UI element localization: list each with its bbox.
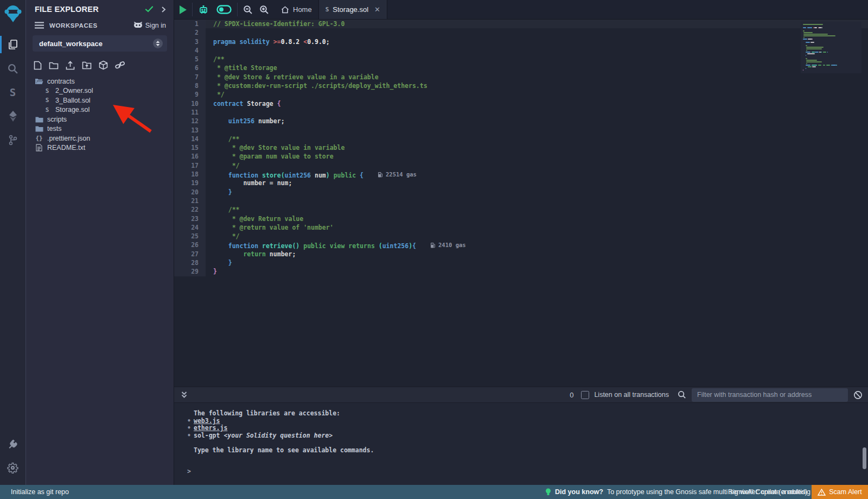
line-number: 6: [174, 64, 206, 72]
tab-storage-label: Storage.sol: [333, 5, 368, 14]
search-icon: [7, 63, 18, 74]
github-icon: [133, 21, 143, 29]
sidebar-item-settings[interactable]: [0, 456, 26, 479]
listen-all-transactions-checkbox[interactable]: [581, 391, 589, 399]
new-folder-icon[interactable]: [49, 61, 59, 70]
code-line-11[interactable]: 11: [174, 108, 868, 117]
code-line-27[interactable]: 27 return number;: [174, 250, 868, 258]
terminal-link[interactable]: web3.js: [194, 417, 220, 425]
ai-copilot-robot-icon[interactable]: [198, 4, 209, 15]
line-number: 29: [174, 267, 206, 276]
line-number: 16: [174, 152, 206, 161]
ai-copilot-toggle[interactable]: [216, 5, 232, 14]
line-number: 1: [174, 20, 206, 28]
git-init-button[interactable]: Initialize as git repo: [11, 488, 69, 496]
upload-folder-icon[interactable]: [82, 61, 92, 70]
code-line-28[interactable]: 28 }: [174, 258, 868, 267]
code-line-9[interactable]: 9 */: [174, 90, 868, 99]
code-line-3[interactable]: 3pragma solidity >=0.8.2 <0.9.0;: [174, 37, 868, 46]
tree-item-readme-txt[interactable]: README.txt: [26, 143, 174, 153]
sidebar-item-solidity-compiler[interactable]: S: [0, 80, 26, 104]
code-line-content: /**: [206, 55, 868, 64]
code-line-8[interactable]: 8 * @custom:dev-run-script ./scripts/dep…: [174, 81, 868, 90]
tree-item--prettierrc-json[interactable]: {}.prettierrc.json: [26, 134, 174, 143]
sidebar-item-search[interactable]: [0, 56, 26, 80]
terminal-scrollbar[interactable]: [863, 447, 866, 469]
tree-item-tests[interactable]: tests: [26, 124, 174, 134]
code-line-17[interactable]: 17 */: [174, 161, 868, 170]
chevron-right-icon[interactable]: [161, 6, 166, 13]
tree-item-2-owner-sol[interactable]: S2_Owner.sol: [26, 86, 174, 96]
code-line-23[interactable]: 23 * @dev Return value: [174, 214, 868, 223]
code-line-content: contract Storage {: [206, 99, 868, 108]
sidebar-item-plugin-manager[interactable]: [0, 432, 26, 456]
terminal-link[interactable]: ethers.js: [194, 424, 227, 432]
upload-file-icon[interactable]: [66, 61, 75, 70]
code-line-content: /**: [206, 135, 868, 143]
tree-item-storage-sol[interactable]: SStorage.sol: [26, 105, 174, 115]
run-script-button[interactable]: [180, 5, 187, 14]
scam-alert-button[interactable]: Scam Alert: [812, 485, 868, 499]
solidity-file-icon: S: [326, 6, 329, 13]
code-line-content: * @param num value to store: [206, 152, 868, 161]
solidity-icon: S: [43, 106, 52, 113]
sign-in-button[interactable]: Sign in: [133, 21, 166, 29]
line-number: 22: [174, 205, 206, 214]
terminal-prompt[interactable]: >: [187, 468, 868, 476]
code-line-15[interactable]: 15 * @dev Store value in variable: [174, 143, 868, 152]
sidebar-item-file-explorer[interactable]: [0, 33, 26, 56]
code-line-content: * @title Storage: [206, 64, 868, 72]
zoom-in-icon[interactable]: [259, 5, 269, 15]
copilot-status[interactable]: RemixAI Copilot (enabled): [728, 488, 807, 496]
listen-all-transactions-label[interactable]: Listen on all transactions: [594, 391, 669, 399]
code-line-26[interactable]: 26 function retrieve() public view retur…: [174, 241, 868, 249]
sidebar-item-deploy-run[interactable]: [0, 104, 26, 128]
code-line-4[interactable]: 4: [174, 46, 868, 55]
link-icon[interactable]: [115, 61, 125, 70]
tree-item-contracts[interactable]: contracts: [26, 77, 174, 86]
code-line-29[interactable]: 29}: [174, 267, 868, 276]
code-editor[interactable]: 1// SPDX-License-Identifier: GPL-3.023pr…: [174, 20, 868, 387]
code-line-13[interactable]: 13: [174, 126, 868, 135]
collapse-terminal-icon[interactable]: [181, 391, 188, 399]
code-line-22[interactable]: 22 /**: [174, 205, 868, 214]
code-line-18[interactable]: 18 function store(uint256 num) public {2…: [174, 170, 868, 179]
transaction-filter-input[interactable]: [692, 388, 848, 402]
code-line-24[interactable]: 24 * @return value of 'number': [174, 223, 868, 232]
terminal-panel: 0 Listen on all transactions The followi…: [174, 387, 868, 485]
sidebar-item-git[interactable]: [0, 128, 26, 152]
code-line-1[interactable]: 1// SPDX-License-Identifier: GPL-3.0: [174, 20, 868, 28]
code-line-5[interactable]: 5/**: [174, 55, 868, 64]
code-line-14[interactable]: 14 /**: [174, 135, 868, 143]
zoom-out-icon[interactable]: [243, 5, 253, 15]
code-line-12[interactable]: 12 uint256 number;: [174, 117, 868, 125]
editor-minimap[interactable]: [801, 22, 861, 73]
tree-item-3-ballot-sol[interactable]: S3_Ballot.sol: [26, 96, 174, 105]
code-line-16[interactable]: 16 * @param num value to store: [174, 152, 868, 161]
terminal-line: [187, 439, 868, 447]
code-line-content: pragma solidity >=0.8.2 <0.9.0;: [206, 37, 868, 46]
code-line-2[interactable]: 2: [174, 28, 868, 37]
tab-storage-sol[interactable]: S Storage.sol ✕: [318, 0, 387, 19]
line-number: 2: [174, 28, 206, 37]
tree-item-scripts[interactable]: scripts: [26, 115, 174, 124]
main-area: Home S Storage.sol ✕ 1// SPDX-License-Id…: [174, 0, 868, 485]
remix-logo[interactable]: [4, 4, 22, 23]
code-line-21[interactable]: 21: [174, 197, 868, 205]
code-line-10[interactable]: 10contract Storage {: [174, 99, 868, 108]
hamburger-menu-icon[interactable]: [35, 22, 44, 29]
code-line-7[interactable]: 7 * @dev Store & retrieve value in a var…: [174, 73, 868, 81]
workspace-sort-icon[interactable]: [153, 39, 163, 48]
clear-terminal-icon[interactable]: [853, 390, 863, 400]
line-number: 13: [174, 126, 206, 135]
code-line-6[interactable]: 6 * @title Storage: [174, 64, 868, 72]
code-line-20[interactable]: 20 }: [174, 188, 868, 197]
tab-home[interactable]: Home: [275, 0, 318, 19]
terminal-output: The following libraries are accessible:•…: [174, 403, 868, 476]
new-file-icon[interactable]: [34, 61, 42, 70]
code-line-25[interactable]: 25 */: [174, 232, 868, 241]
workspace-select[interactable]: default_workspace: [33, 35, 167, 52]
code-line-19[interactable]: 19 number = num;: [174, 179, 868, 187]
cube-icon[interactable]: [99, 60, 108, 70]
tab-close-icon[interactable]: ✕: [374, 5, 380, 14]
